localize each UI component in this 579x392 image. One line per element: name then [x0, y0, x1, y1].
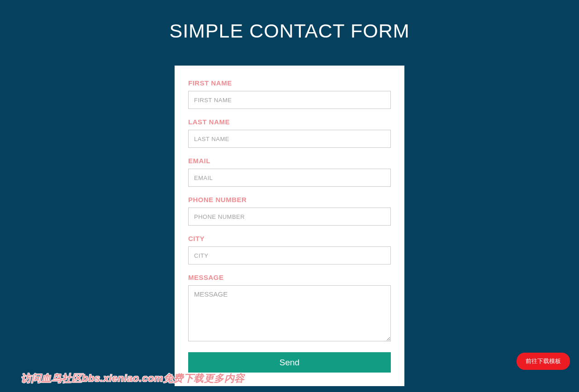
message-label: MESSAGE	[188, 274, 391, 281]
message-textarea[interactable]	[188, 285, 391, 341]
city-input[interactable]	[188, 246, 391, 264]
last-name-label: LAST NAME	[188, 118, 391, 126]
first-name-group: FIRST NAME	[188, 79, 391, 109]
email-input[interactable]	[188, 169, 391, 187]
phone-group: PHONE NUMBER	[188, 196, 391, 226]
city-label: CITY	[188, 235, 391, 242]
city-group: CITY	[188, 235, 391, 264]
page-title: SIMPLE CONTACT FORM	[0, 0, 579, 66]
contact-form-card: FIRST NAME LAST NAME EMAIL PHONE NUMBER …	[175, 66, 404, 386]
last-name-group: LAST NAME	[188, 118, 391, 148]
email-label: EMAIL	[188, 157, 391, 165]
first-name-input[interactable]	[188, 91, 391, 109]
download-template-button[interactable]: 前往下载模板	[517, 353, 570, 370]
email-group: EMAIL	[188, 157, 391, 187]
phone-input[interactable]	[188, 208, 391, 226]
send-button[interactable]: Send	[188, 352, 391, 373]
watermark-text: 访问血鸟社区bbs.xieniao.com免费下载更多内容	[21, 372, 245, 385]
message-group: MESSAGE	[188, 274, 391, 343]
phone-label: PHONE NUMBER	[188, 196, 391, 203]
last-name-input[interactable]	[188, 130, 391, 148]
first-name-label: FIRST NAME	[188, 79, 391, 87]
